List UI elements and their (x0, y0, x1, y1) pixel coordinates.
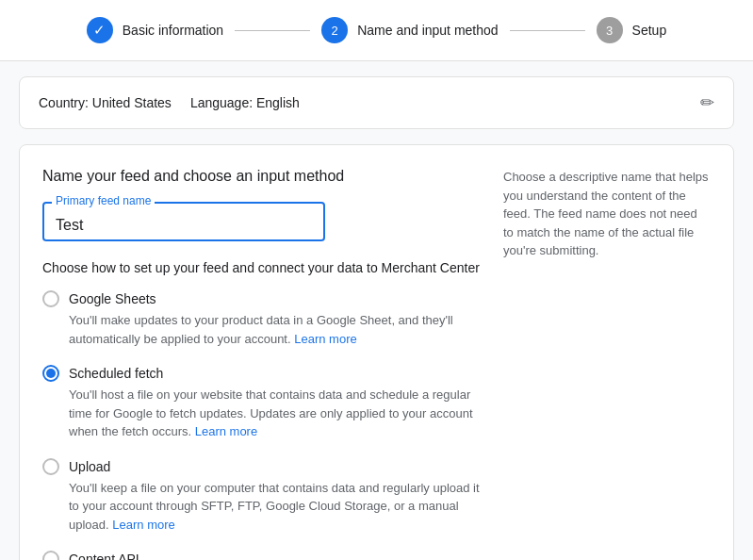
step-label-1: Basic information (123, 23, 223, 38)
step-connector-2 (510, 30, 585, 31)
step-number-3: 3 (606, 24, 613, 38)
google-sheets-learn-more[interactable]: Learn more (294, 332, 356, 346)
option-content-api-label[interactable]: Content API (42, 551, 481, 560)
radio-circle-scheduled-fetch[interactable] (42, 365, 59, 382)
language-value: English (256, 95, 300, 110)
language-info: Language: English (190, 95, 300, 110)
option-upload: Upload You'll keep a file on your comput… (42, 458, 481, 535)
step-connector-1 (235, 30, 310, 31)
option-upload-text: Upload (69, 459, 110, 474)
step-setup: 3 Setup (597, 17, 667, 43)
choose-title: Choose how to set up your feed and conne… (42, 260, 481, 275)
step-basic-information: ✓ Basic information (87, 17, 223, 43)
stepper: ✓ Basic information 2 Name and input met… (0, 0, 753, 61)
step-circle-2: 2 (321, 17, 348, 43)
step-label-2: Name and input method (357, 23, 498, 38)
country-info: Country: United States (39, 95, 172, 110)
primary-feed-name-group: Primary feed name (42, 202, 325, 241)
primary-feed-input[interactable] (42, 202, 325, 241)
step-name-and-input: 2 Name and input method (321, 17, 498, 43)
main-card: Name your feed and choose an input metho… (19, 144, 734, 560)
option-google-sheets: Google Sheets You'll make updates to you… (42, 290, 481, 348)
step-circle-1: ✓ (87, 17, 113, 43)
step-circle-3: 3 (597, 17, 623, 43)
option-scheduled-fetch-desc: You'll host a file on your website that … (69, 386, 481, 441)
main-hint: Choose a descriptive name that helps you… (503, 168, 711, 560)
main-content: Name your feed and choose an input metho… (42, 168, 481, 560)
option-content-api-text: Content API (69, 552, 139, 560)
option-content-api: Content API The Content API for Shopping… (42, 551, 481, 560)
radio-circle-content-api[interactable] (42, 551, 59, 560)
upload-learn-more[interactable]: Learn more (112, 518, 174, 532)
info-bar: Country: United States Language: English… (19, 76, 734, 129)
step-label-3: Setup (632, 23, 667, 38)
option-upload-label[interactable]: Upload (42, 458, 481, 475)
option-scheduled-fetch: Scheduled fetch You'll host a file on yo… (42, 365, 481, 441)
option-google-sheets-text: Google Sheets (69, 291, 156, 306)
step-number-2: 2 (332, 24, 338, 38)
option-google-sheets-label[interactable]: Google Sheets (42, 290, 481, 307)
option-scheduled-fetch-text: Scheduled fetch (69, 366, 163, 381)
info-bar-left: Country: United States Language: English (39, 95, 300, 110)
radio-circle-upload[interactable] (42, 458, 59, 475)
checkmark-icon: ✓ (93, 22, 106, 39)
option-upload-desc: You'll keep a file on your computer that… (69, 479, 481, 535)
option-google-sheets-desc: You'll make updates to your product data… (69, 311, 481, 348)
radio-circle-google-sheets[interactable] (42, 290, 59, 307)
country-value: United States (92, 95, 172, 110)
section-title: Name your feed and choose an input metho… (42, 168, 481, 185)
scheduled-fetch-learn-more[interactable]: Learn more (195, 424, 257, 438)
edit-icon[interactable]: ✏ (700, 92, 714, 113)
option-scheduled-fetch-label[interactable]: Scheduled fetch (42, 365, 481, 382)
